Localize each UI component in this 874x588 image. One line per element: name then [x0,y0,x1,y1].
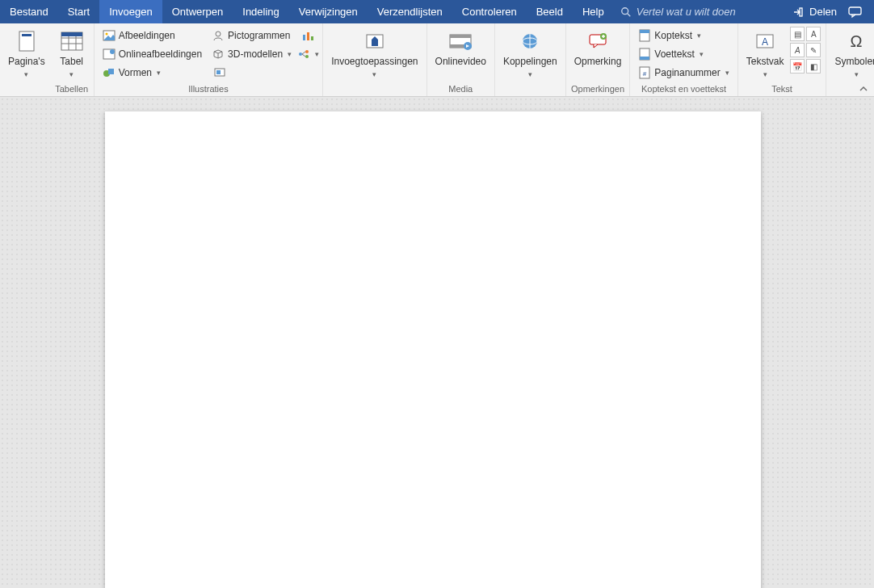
comments-icon[interactable] [848,6,863,19]
shapes-icon [103,66,116,79]
paginas-button[interactable]: Pagina's ▾ [3,25,50,80]
tell-me-search[interactable]: Vertel wat u wilt doen [614,6,780,18]
tabel-button[interactable]: Tabel ▾ [53,25,90,80]
group-koppelingen: Koppelingen ▾ [495,23,566,96]
svg-point-26 [305,55,309,58]
chevron-up-icon [858,83,869,94]
quickparts-icon: ▤ [794,30,801,39]
tab-start[interactable]: Start [58,0,99,23]
tab-ontwerpen[interactable]: Ontwerpen [162,0,233,23]
group-label-tabellen: Tabellen [53,82,90,96]
svg-point-13 [105,32,107,35]
screenshot-button[interactable] [208,64,231,81]
share-area: Delen [780,6,874,19]
svg-rect-42 [640,57,649,60]
tab-bestand[interactable]: Bestand [0,0,58,23]
3dmodellen-label: 3D-modellen [228,48,283,60]
wordart-button[interactable]: A [806,27,821,41]
chart-button[interactable] [298,27,317,44]
koppelingen-button[interactable]: Koppelingen ▾ [498,25,562,80]
dropcap-button[interactable]: A [790,43,805,57]
group-opmerkingen: Opmerking Opmerkingen [566,23,631,96]
tekstvak-label: Tekstvak [746,56,784,67]
svg-point-25 [305,50,309,53]
afbeeldingen-button[interactable]: Afbeeldingen [99,27,205,44]
3dmodellen-button[interactable]: 3D-modellen ▾ [208,45,295,62]
svg-rect-20 [216,70,221,74]
object-icon: ◧ [810,62,817,71]
group-label-opmerkingen: Opmerkingen [569,82,627,96]
pictogrammen-button[interactable]: Pictogrammen [208,27,295,44]
tekstvak-button[interactable]: A Tekstvak ▾ [742,25,789,80]
group-koptekst: Koptekst ▾ Voettekst ▾ # Paginanummer ▾ … [630,23,737,96]
svg-rect-2 [800,8,802,16]
group-label-media: Media [431,82,491,96]
smartart-icon [297,48,310,61]
tab-verzendlijsten[interactable]: Verzendlijsten [368,0,452,23]
dropdown-caret: ▾ [24,69,28,80]
cube-icon [212,48,225,61]
svg-rect-21 [303,35,305,40]
pagenumber-icon: # [638,66,651,79]
link-icon [517,28,543,54]
document-area[interactable] [0,97,874,588]
tab-beeld[interactable]: Beeld [527,0,573,23]
dropdown-caret: ▾ [725,69,729,77]
tell-me-placeholder: Vertel wat u wilt doen [637,6,736,18]
onlinevideo-button[interactable]: Onlinevideo [431,25,491,67]
dropdown-caret: ▾ [855,69,859,80]
tab-help[interactable]: Help [573,0,614,23]
dropdown-caret: ▾ [697,32,701,40]
share-button[interactable]: Delen [792,6,837,19]
svg-point-24 [299,52,302,56]
group-paginas: Pagina's ▾ [0,23,50,96]
smartart-button[interactable]: ▾ [298,45,317,62]
wordart-icon: A [811,30,817,39]
dropdown-caret: ▾ [288,50,292,58]
svg-text:#: # [643,70,647,78]
onlineafbeeldingen-button[interactable]: Onlineafbeeldingen [99,45,205,62]
opmerking-label: Opmerking [574,56,622,67]
screenshot-icon [213,66,226,79]
onlinevideo-label: Onlinevideo [435,56,486,67]
opmerking-button[interactable]: Opmerking [569,25,627,67]
tab-indeling[interactable]: Indeling [233,0,289,23]
footer-icon [638,48,651,61]
tab-strip: Bestand Start Invoegen Ontwerpen Indelin… [0,0,874,23]
svg-text:Ω: Ω [851,32,863,50]
vormen-button[interactable]: Vormen ▾ [99,64,205,81]
svg-rect-17 [108,69,114,74]
quickparts-button[interactable]: ▤ [790,27,805,41]
collapse-ribbon-button[interactable] [858,83,869,94]
voettekst-button[interactable]: Voettekst ▾ [635,45,732,62]
document-page[interactable] [105,111,761,588]
dropdown-caret: ▾ [763,69,767,80]
svg-line-1 [627,13,630,16]
koptekst-label: Koptekst [654,30,692,41]
tab-verwijzingen[interactable]: Verwijzingen [289,0,368,23]
symbolen-button[interactable]: Ω Symbolen ▾ [830,25,874,80]
svg-text:A: A [762,36,768,48]
afbeeldingen-label: Afbeeldingen [119,30,175,41]
addins-icon [362,28,388,54]
tab-invoegen[interactable]: Invoegen [99,0,162,23]
signature-button[interactable]: ✎ [806,43,821,57]
svg-rect-5 [22,34,32,36]
voettekst-label: Voettekst [654,48,694,60]
object-button[interactable]: ◧ [806,59,821,74]
tab-controleren[interactable]: Controleren [452,0,527,23]
svg-rect-40 [640,30,649,33]
koppelingen-label: Koppelingen [503,56,557,67]
dropdown-caret: ▾ [528,69,532,80]
invoegtoepassingen-button[interactable]: Invoegtoepassingen ▾ [326,25,422,80]
svg-rect-11 [61,32,82,36]
signature-icon: ✎ [810,46,817,55]
svg-rect-29 [450,35,471,38]
paginanummer-button[interactable]: # Paginanummer ▾ [635,64,732,81]
datetime-button[interactable]: 📅 [790,59,805,74]
ribbon: Pagina's ▾ Tabel ▾ Tabellen Afbeeldinge [0,23,874,97]
svg-point-18 [216,32,221,36]
tabel-label: Tabel [60,56,83,67]
koptekst-button[interactable]: Koptekst ▾ [635,27,732,44]
group-label-koptekst: Koptekst en voettekst [633,82,733,96]
